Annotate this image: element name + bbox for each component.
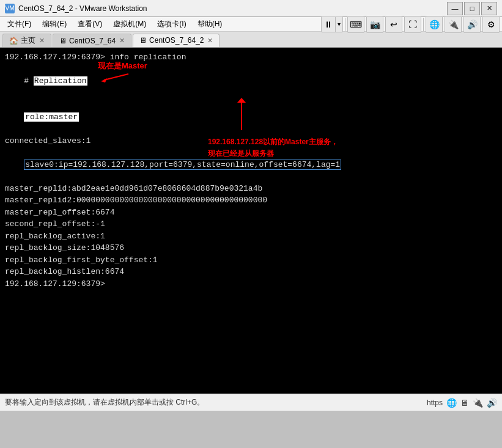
tab-bar: 🏠 主页 ✕ 🖥 CentOS_7_64 ✕ 🖥 CentOS_7_64_2 ✕	[0, 32, 502, 48]
menu-view[interactable]: 查看(V)	[73, 18, 107, 31]
terminal-line9: repl_backlog_active:1	[5, 230, 497, 243]
terminal-line4: slave0:ip=192.168.127.128,port=6379,stat…	[5, 147, 497, 183]
tab-home-label: 主页	[21, 35, 35, 46]
terminal-line12: repl_backlog_histlen:6674	[5, 266, 497, 278]
tab-centos2-icon: 🖥	[139, 36, 147, 45]
tab-home[interactable]: 🏠 主页 ✕	[2, 34, 51, 47]
terminal-prompt: 192.168.127.129:6379> info replication	[5, 51, 497, 64]
menu-edit[interactable]: 编辑(E)	[37, 18, 72, 31]
vm-screen[interactable]: 192.168.127.129:6379> info replication #…	[0, 48, 502, 394]
tab-home-icon: 🏠	[9, 37, 18, 45]
tab-centos2-label: CentOS_7_64_2	[149, 36, 204, 45]
status-bar-right: https 🌐 🖥 🔌 🔊	[427, 398, 497, 408]
maximize-button[interactable]: □	[464, 2, 480, 15]
network-icon[interactable]: 🌐	[426, 16, 443, 33]
terminal-line13: 192.168.127.129:6379>	[5, 278, 497, 290]
menu-vm[interactable]: 虚拟机(M)	[108, 18, 151, 31]
terminal-line8: second_repl_offset:-1	[5, 218, 497, 230]
terminal-line2: role:master	[5, 99, 497, 135]
revert[interactable]: ↩	[385, 16, 402, 33]
menu-bar: 文件(F) 编辑(E) 查看(V) 虚拟机(M) 选项卡(I) 帮助(H) ⏸ …	[0, 17, 502, 32]
tab-centos2-close[interactable]: ✕	[207, 37, 213, 45]
sound-status-icon: 🔊	[487, 398, 497, 408]
tab-centos1-label: CentOS_7_64	[69, 37, 116, 45]
menu-help[interactable]: 帮助(H)	[193, 18, 227, 31]
status-text: 要将输入定向到该虚拟机，请在虚拟机内部单击或按 Ctrl+G。	[5, 397, 204, 408]
settings-icon[interactable]: ⚙	[482, 16, 500, 33]
terminal-line3: connected_slaves:1	[5, 135, 497, 147]
terminal-line1: # Replication	[5, 64, 497, 100]
window-title: CentOS_7_64_2 - VMware Workstation	[18, 4, 147, 13]
terminal-line7: master_repl_offset:6674	[5, 207, 497, 219]
pause-button[interactable]: ⏸ ▾	[321, 17, 343, 32]
sound-icon[interactable]: 🔊	[463, 16, 481, 33]
vm-status-icon: 🖥	[460, 398, 469, 408]
menu-file[interactable]: 文件(F)	[2, 18, 36, 31]
tab-centos1-close[interactable]: ✕	[119, 37, 125, 45]
terminal-line6: master_replid2:0000000000000000000000000…	[5, 194, 497, 207]
terminal-line11: repl_backlog_first_byte_offset:1	[5, 254, 497, 266]
tab-home-close[interactable]: ✕	[39, 37, 45, 45]
replication-hash: #	[24, 76, 34, 86]
network-status-icon: 🌐	[446, 398, 457, 408]
close-button[interactable]: ✕	[481, 2, 497, 15]
screenshot[interactable]: 📷	[366, 16, 383, 33]
menu-tabs[interactable]: 选项卡(I)	[152, 18, 191, 31]
minimize-button[interactable]: —	[447, 2, 463, 15]
pause-dropdown-arrow[interactable]: ▾	[335, 17, 342, 32]
status-https: https	[427, 398, 443, 407]
tab-centos1[interactable]: 🖥 CentOS_7_64 ✕	[53, 34, 131, 47]
usb-status-icon: 🔌	[473, 398, 483, 408]
terminal-line10: repl_backlog_size:1048576	[5, 242, 497, 254]
pause-icon: ⏸	[322, 20, 335, 29]
slave0-line: slave0:ip=192.168.127.128,port=6379,stat…	[24, 160, 341, 170]
title-bar-controls: — □ ✕	[447, 2, 497, 15]
title-bar: VM CentOS_7_64_2 - VMware Workstation — …	[0, 0, 502, 17]
usb-icon[interactable]: 🔌	[445, 16, 462, 33]
send-ctrl-alt-del[interactable]: ⌨	[347, 16, 364, 33]
app-icon: VM	[5, 4, 15, 13]
fullscreen[interactable]: ⛶	[404, 16, 421, 33]
tab-centos2[interactable]: 🖥 CentOS_7_64_2 ✕	[133, 34, 220, 47]
status-bar: 要将输入定向到该虚拟机，请在虚拟机内部单击或按 Ctrl+G。 https 🌐 …	[0, 394, 502, 411]
terminal-line5: master_replid:abd2eae1e0dd961d07e8068604…	[5, 183, 497, 195]
tab-centos1-icon: 🖥	[59, 37, 67, 45]
title-bar-left: VM CentOS_7_64_2 - VMware Workstation	[5, 4, 147, 13]
replication-label: Replication	[34, 76, 87, 86]
role-master-text: role:master	[24, 112, 79, 122]
